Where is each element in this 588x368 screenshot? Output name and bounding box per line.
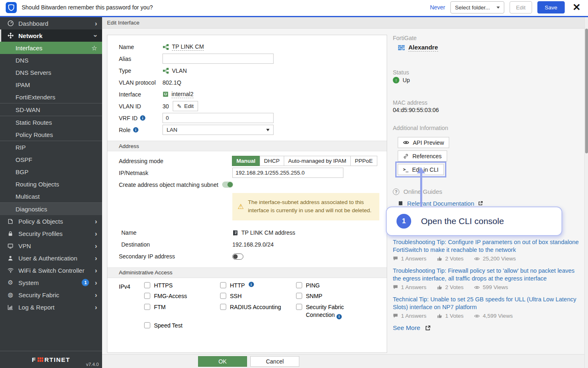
- kb-article: Troubleshooting Tip: Firewall policy set…: [393, 267, 580, 290]
- checkbox[interactable]: [144, 293, 150, 299]
- references-button[interactable]: References: [398, 150, 447, 162]
- status-row: ↑ Up: [393, 77, 410, 83]
- sidebar-item-bgp[interactable]: BGP: [0, 166, 102, 178]
- checkbox-ssh[interactable]: SSH: [220, 292, 296, 300]
- sidebar-item-fortiextenders[interactable]: FortiExtenders: [0, 91, 102, 103]
- checkbox[interactable]: [144, 322, 150, 328]
- ok-button[interactable]: OK: [198, 356, 247, 367]
- folder-select[interactable]: Select folder...: [450, 1, 504, 13]
- never-link[interactable]: Never: [430, 4, 445, 11]
- vlan-id-edit-button[interactable]: ✎ Edit: [173, 101, 198, 111]
- vlan-icon: [163, 67, 169, 74]
- secondary-ip-toggle[interactable]: [232, 254, 243, 260]
- role-select[interactable]: LAN: [163, 125, 274, 135]
- sidebar-item-ospf[interactable]: OSPF: [0, 153, 102, 166]
- checkbox[interactable]: [220, 293, 226, 299]
- eye-icon: [403, 140, 409, 145]
- info-icon[interactable]: i: [133, 127, 138, 132]
- checkbox-http[interactable]: HTTPi: [220, 282, 296, 289]
- sidebar-item-system[interactable]: ⚙ System 1 ›: [0, 276, 102, 289]
- cancel-button[interactable]: Cancel: [250, 356, 299, 367]
- scrollbar-track[interactable]: [584, 17, 588, 368]
- checkbox[interactable]: [144, 282, 150, 288]
- sidebar-item-sd-wan[interactable]: SD-WAN: [0, 103, 102, 116]
- create-address-object-toggle[interactable]: [222, 182, 233, 188]
- kb-article-title[interactable]: Troubleshooting Tip: Configure IP parame…: [393, 238, 580, 254]
- sidebar-item-dashboard[interactable]: Dashboard ›: [0, 17, 102, 29]
- alias-input[interactable]: [163, 54, 274, 64]
- mode-dhcp-button[interactable]: DHCP: [260, 156, 284, 166]
- kb-article-title[interactable]: Troubleshooting Tip: Firewall policy set…: [393, 267, 580, 282]
- checkbox[interactable]: [220, 304, 226, 310]
- vlan-icon: [163, 44, 169, 50]
- sidebar-item-user-authentication[interactable]: User & Authentication ›: [0, 252, 102, 264]
- sidebar-item-static-routes[interactable]: Static Routes: [0, 116, 102, 128]
- info-icon[interactable]: i: [336, 314, 342, 319]
- sidebar-item-security-fabric[interactable]: ◍ Security Fabric ›: [0, 289, 102, 301]
- checkbox[interactable]: [296, 304, 302, 310]
- checkbox[interactable]: [144, 304, 150, 310]
- additional-info-label: Additional Information: [393, 125, 448, 131]
- checkbox[interactable]: [296, 282, 302, 288]
- vlan-protocol-label: VLAN protocol: [119, 79, 163, 86]
- bitwarden-edit-button[interactable]: Edit: [510, 1, 532, 13]
- checkbox-speed-test[interactable]: Speed Test: [144, 322, 220, 330]
- see-more-link[interactable]: See More: [393, 324, 580, 332]
- mode-manual-button[interactable]: Manual: [232, 156, 260, 166]
- views-eye-icon: [474, 314, 480, 318]
- checkbox[interactable]: [220, 282, 226, 288]
- name-label: Name: [119, 44, 163, 50]
- interface-row: Interface internal2: [107, 88, 387, 100]
- address-section-header: Address: [107, 141, 387, 151]
- sidebar-item-label: Interfaces: [16, 45, 87, 52]
- sidebar-item-network[interactable]: Network ›: [0, 29, 102, 42]
- bitwarden-save-button[interactable]: Save: [537, 1, 565, 13]
- favorite-star-icon[interactable]: ☆: [91, 44, 97, 52]
- checkbox-ftm[interactable]: FTM: [144, 303, 220, 311]
- sidebar-item-multicast[interactable]: Multicast: [0, 190, 102, 202]
- checkbox[interactable]: [296, 293, 302, 299]
- sidebar-item-interfaces[interactable]: Interfaces ☆: [0, 42, 102, 54]
- destination-row: Destination 192.168.29.0/24: [107, 239, 387, 251]
- mode-pppoe-button[interactable]: PPPoE: [350, 156, 377, 166]
- sidebar-item-log-report[interactable]: Log & Report ›: [0, 301, 102, 313]
- scrollbar-thumb[interactable]: [585, 29, 588, 153]
- sidebar-item-dns[interactable]: DNS: [0, 54, 102, 66]
- firewall-icon: [398, 45, 405, 51]
- sidebar-item-vpn[interactable]: VPN ›: [0, 240, 102, 252]
- sidebar-item-policy-objects[interactable]: Policy & Objects ›: [0, 215, 102, 227]
- fortigate-label: FortiGate: [393, 35, 416, 41]
- chevron-right-icon: ›: [95, 267, 97, 274]
- checkbox-https[interactable]: HTTPS: [144, 282, 220, 289]
- mode-ipam-button[interactable]: Auto-managed by IPAM: [284, 156, 351, 166]
- checkbox-radius-accounting[interactable]: RADIUS Accounting: [220, 303, 296, 311]
- sidebar-item-policy-routes[interactable]: Policy Routes: [0, 128, 102, 141]
- sidebar-item-diagnostics[interactable]: Diagnostics: [0, 203, 102, 215]
- checkbox-security-fabric-connection[interactable]: Security Fabric Connection i: [296, 303, 372, 319]
- interface-name-value[interactable]: TP LINK CM: [172, 43, 204, 51]
- close-icon[interactable]: ✕: [572, 2, 581, 12]
- parent-interface-value[interactable]: internal2: [172, 91, 194, 98]
- checkbox-snmp[interactable]: SNMP: [296, 292, 372, 300]
- ip-netmask-input[interactable]: [232, 168, 343, 178]
- sidebar-item-ipam[interactable]: IPAM: [0, 79, 102, 91]
- checkbox-fmg-access[interactable]: FMG-Access: [144, 292, 220, 300]
- role-label: Role: [119, 127, 131, 133]
- type-value: VLAN: [172, 67, 187, 74]
- api-preview-button[interactable]: API Preview: [398, 137, 449, 148]
- sidebar-item-wifi-switch[interactable]: WiFi & Switch Controller ›: [0, 264, 102, 276]
- bar-chart-icon: [7, 304, 14, 310]
- kb-article: Troubleshooting Tip: Configure IP parame…: [393, 238, 580, 262]
- device-name[interactable]: Alexandre: [408, 44, 438, 52]
- vrf-id-input[interactable]: [163, 113, 274, 123]
- info-icon[interactable]: i: [140, 115, 145, 121]
- kb-article-title[interactable]: Technical Tip: Unable to set 25 GB speed…: [393, 296, 580, 311]
- sidebar-item-dns-servers[interactable]: DNS Servers: [0, 66, 102, 79]
- sidebar-item-security-profiles[interactable]: Security Profiles ›: [0, 227, 102, 240]
- sidebar-item-rip[interactable]: RIP: [0, 141, 102, 153]
- relevant-documentation-link[interactable]: Relevant Documentation: [398, 200, 483, 207]
- status-label: Status: [393, 69, 409, 76]
- sidebar-item-routing-objects[interactable]: Routing Objects: [0, 178, 102, 190]
- info-icon[interactable]: i: [249, 282, 254, 287]
- checkbox-ping[interactable]: PING: [296, 282, 372, 289]
